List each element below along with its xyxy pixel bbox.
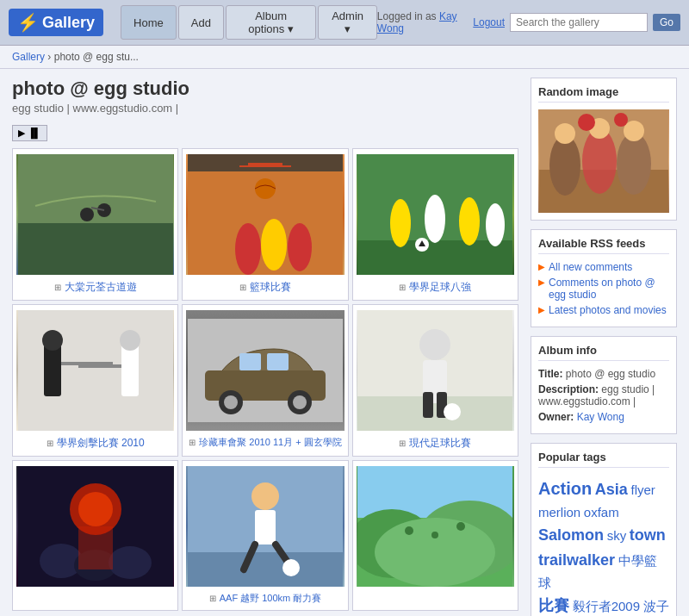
tag-salomon[interactable]: Salomon [538, 526, 604, 544]
tag-asia[interactable]: Asia [595, 481, 628, 498]
nav-home[interactable]: Home [121, 5, 177, 40]
rss-icon-2: ▶ [538, 277, 545, 287]
photo-icon-4: ⊞ [47, 439, 53, 448]
tag-yihang-chinese[interactable]: 毅行者2009 [573, 599, 640, 613]
svg-rect-22 [44, 345, 61, 396]
breadcrumb-separator: › [47, 51, 51, 63]
photo-item-2[interactable]: ⊞ 籃球比賽 [182, 148, 348, 301]
photo-thumb-9 [357, 466, 514, 587]
nav-add[interactable]: Add [178, 5, 224, 40]
photo-item-4[interactable]: ⊞ 學界劍擊比賽 2010 [12, 304, 178, 457]
rss-link-3[interactable]: ▶ Latest photos and movies [538, 304, 669, 316]
photo-item-1[interactable]: ⊞ 大棠元荃古道遊 [12, 148, 178, 301]
svg-point-70 [555, 123, 575, 144]
slideshow-button[interactable]: ▶ ▐▌ [12, 125, 47, 141]
slideshow-bar: ▶ ▐▌ [12, 125, 518, 141]
photo-thumb-4 [16, 310, 174, 431]
content-area: photo @ egg studio egg studio | www.eggs… [12, 78, 518, 616]
svg-point-69 [617, 133, 651, 195]
svg-point-56 [282, 559, 300, 576]
svg-rect-40 [423, 392, 433, 418]
nav-admin[interactable]: Admin ▾ [318, 5, 377, 40]
photo-item-6[interactable]: ⊞ 現代足球比賽 [352, 304, 518, 457]
header-left: ⚡ Gallery Home Add Album options ▾ Admin… [9, 5, 377, 40]
random-image-section: Random image [531, 78, 677, 221]
photo-thumb-8 [186, 466, 344, 587]
breadcrumb-gallery[interactable]: Gallery [12, 51, 45, 63]
popular-tags-title: Popular tags [538, 451, 669, 468]
photo-title-8: ⊞ AAF 越野 100km 耐力賽 [186, 592, 344, 605]
album-desc-label: Description: [538, 383, 599, 395]
svg-point-12 [255, 178, 276, 199]
svg-point-11 [288, 223, 312, 271]
photo-item-7[interactable] [12, 460, 178, 611]
photo-item-3[interactable]: ⊞ 學界足球八強 [352, 148, 518, 301]
svg-point-26 [120, 330, 140, 351]
svg-rect-35 [267, 353, 289, 370]
svg-point-10 [261, 219, 287, 271]
svg-point-72 [624, 121, 644, 141]
tag-bozi-chinese[interactable]: 波子 [643, 599, 669, 613]
tag-action[interactable]: Action [538, 479, 592, 498]
rss-link-1[interactable]: ▶ All new comments [538, 261, 669, 273]
svg-rect-14 [357, 240, 512, 275]
tag-trailwalker[interactable]: trailwalker [538, 551, 615, 569]
photo-item-8[interactable]: ⊞ AAF 越野 100km 耐力賽 [182, 460, 348, 611]
svg-point-74 [614, 113, 628, 127]
search-input[interactable] [510, 13, 648, 32]
tag-merlion[interactable]: merlion [538, 505, 580, 520]
popular-tags-section: Popular tags Action Asia flyer merlion o… [531, 443, 677, 616]
photo-icon-6: ⊞ [399, 439, 406, 448]
album-owner-link[interactable]: Kay Wong [577, 411, 624, 423]
rss-title: Available RSS feeds [538, 237, 669, 254]
album-info-title: Album info [538, 344, 669, 361]
tag-competition-chinese[interactable]: 比賽 [538, 597, 569, 614]
main-nav: Home Add Album options ▾ Admin ▾ [121, 5, 377, 40]
photo-item-5[interactable]: ⊞ 珍藏車會聚 2010 11月 + 圓玄學院 [182, 304, 348, 457]
photo-thumb-6 [357, 310, 514, 431]
svg-point-23 [42, 330, 63, 351]
svg-point-16 [425, 195, 445, 243]
photo-icon-3: ⊞ [399, 283, 406, 292]
rss-link-2[interactable]: ▶ Comments on photo @ egg studio [538, 277, 669, 301]
rss-icon-1: ▶ [538, 262, 545, 271]
photo-title-3: ⊞ 學界足球八強 [357, 280, 514, 295]
breadcrumb: Gallery › photo @ egg stu... [0, 46, 689, 69]
logout-link[interactable]: Logout [473, 16, 505, 28]
random-image[interactable] [538, 109, 669, 213]
svg-point-67 [549, 135, 580, 196]
tag-oxfam[interactable]: oxfam [584, 505, 619, 520]
login-info: Logged in as Kay Wong [377, 10, 468, 34]
svg-point-48 [109, 546, 152, 579]
rss-section: Available RSS feeds ▶ All new comments ▶… [531, 229, 677, 327]
svg-point-33 [293, 395, 307, 409]
svg-point-61 [375, 518, 495, 587]
page-title: photo @ egg studio [12, 78, 518, 100]
go-button[interactable]: Go [653, 14, 680, 31]
photo-thumb-2 [186, 154, 344, 275]
photo-thumb-5 [186, 310, 344, 431]
svg-rect-1 [18, 223, 173, 275]
photo-icon-1: ⊞ [54, 283, 61, 292]
svg-rect-51 [188, 552, 343, 587]
page-subtitle: egg studio | www.eggstudio.com | [12, 102, 518, 115]
tag-town[interactable]: town [630, 526, 666, 544]
photo-title-5: ⊞ 珍藏車會聚 2010 11月 + 圓玄學院 [186, 436, 344, 449]
header: ⚡ Gallery Home Add Album options ▾ Admin… [0, 0, 689, 46]
svg-rect-8 [239, 165, 291, 167]
logo-text: Gallery [42, 14, 95, 32]
header-right: Logged in as Kay Wong Logout Go [377, 10, 680, 34]
nav-album-options[interactable]: Album options ▾ [226, 5, 316, 40]
login-prefix: Logged in as [377, 10, 437, 22]
main-content: photo @ egg studio egg studio | www.eggs… [0, 69, 689, 616]
breadcrumb-current: photo @ egg stu... [54, 51, 139, 63]
tag-flyer[interactable]: flyer [631, 482, 655, 497]
photo-title-2: ⊞ 籃球比賽 [186, 280, 344, 295]
album-title-label: Title: [538, 368, 562, 380]
svg-point-31 [224, 395, 238, 409]
svg-point-73 [578, 114, 595, 131]
photo-item-9[interactable] [352, 460, 518, 611]
tag-sky[interactable]: sky [607, 528, 627, 543]
photo-grid: ⊞ 大棠元荃古道遊 [12, 148, 518, 611]
svg-rect-27 [78, 364, 121, 368]
